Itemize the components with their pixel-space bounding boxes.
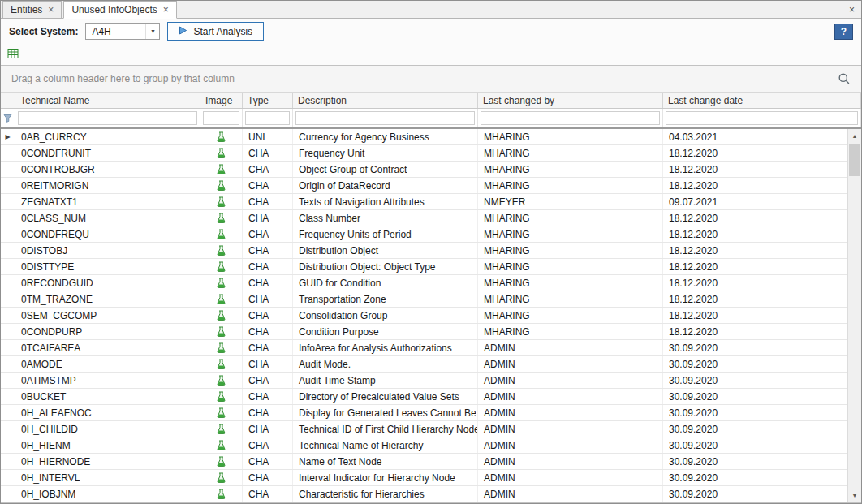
tab-entities-label: Entities — [11, 4, 42, 15]
row-indicator — [1, 486, 15, 502]
system-select-value: A4H — [92, 26, 110, 37]
column-header-type[interactable]: Type — [243, 93, 293, 108]
row-type: CHA — [243, 454, 293, 469]
column-header-last-change-date[interactable]: Last change date — [663, 93, 861, 108]
row-technical-name: 0H_ALEAFNOC — [15, 405, 200, 420]
row-indicator — [1, 421, 15, 437]
filter-input-last-changed-by[interactable] — [481, 111, 660, 125]
row-last-changed-by: ADMIN — [478, 405, 663, 420]
tab-entities[interactable]: Entities — [2, 1, 62, 18]
row-description: Origin of DataRecord — [293, 178, 478, 193]
table-row[interactable]: 0CONDFREQU CHA Frequency Units of Period… — [1, 226, 861, 243]
scroll-up-icon[interactable]: ▲ — [848, 129, 861, 143]
row-indicator — [1, 340, 15, 355]
row-indicator — [1, 226, 15, 242]
row-indicator — [1, 308, 15, 323]
search-icon[interactable] — [838, 72, 851, 85]
table-row[interactable]: 0H_HIENM CHA Technical Name of Hierarchy… — [1, 437, 861, 454]
row-indicator — [1, 291, 15, 307]
row-last-change-date: 04.03.2021 — [663, 129, 861, 144]
table-row[interactable]: 0CONDFRUNIT CHA Frequency Unit MHARING 1… — [1, 145, 861, 162]
table-row[interactable]: 0DISTTYPE CHA Distribution Object: Objec… — [1, 259, 861, 275]
row-description: Class Number — [293, 210, 478, 226]
column-header-technical-name[interactable]: Technical Name — [15, 93, 200, 108]
select-system-label: Select System: — [9, 26, 78, 37]
column-header-description[interactable]: Description — [293, 93, 478, 108]
group-by-panel[interactable]: Drag a column header here to group by th… — [1, 66, 861, 93]
table-row[interactable]: ▶ 0AB_CURRCY UNI Currency for Agency Bus… — [1, 129, 861, 145]
vertical-scrollbar[interactable]: ▲ ▼ — [847, 129, 861, 502]
tab-unused-infoobjects[interactable]: Unused InfoObjects — [63, 1, 176, 19]
row-description: Transportation Zone — [293, 291, 478, 307]
row-technical-name: 0CONDFRUNIT — [15, 145, 200, 161]
help-button[interactable]: ? — [834, 24, 853, 40]
column-header-last-changed-by[interactable]: Last changed by — [478, 93, 663, 108]
infoobject-icon — [200, 470, 243, 485]
system-select[interactable]: A4H ▼ — [85, 23, 160, 40]
row-description: Distribution Object: Object Type — [293, 259, 478, 274]
row-last-changed-by: MHARING — [478, 259, 663, 274]
row-last-changed-by: MHARING — [478, 210, 663, 226]
row-technical-name: 0TM_TRAZONE — [15, 291, 200, 307]
table-row[interactable]: 0ATIMSTMP CHA Audit Time Stamp ADMIN 30.… — [1, 373, 861, 389]
table-row[interactable]: 0RECONDGUID CHA GUID for Condition MHARI… — [1, 275, 861, 291]
row-last-changed-by: MHARING — [478, 129, 663, 144]
row-type: CHA — [243, 259, 293, 274]
filter-input-type[interactable] — [245, 111, 290, 125]
infoobject-icon — [200, 291, 243, 307]
row-description: Name of Text Node — [293, 454, 478, 469]
table-row[interactable]: 0H_HIERNODE CHA Name of Text Node ADMIN … — [1, 454, 861, 470]
filter-cell-technical-name — [15, 109, 200, 127]
row-type: CHA — [243, 291, 293, 307]
row-technical-name: 0DISTTYPE — [15, 259, 200, 274]
filter-input-description[interactable] — [295, 111, 475, 125]
table-row[interactable]: 0AMODE CHA Audit Mode. ADMIN 30.09.2020 — [1, 356, 861, 373]
row-type: CHA — [243, 324, 293, 339]
row-last-change-date: 18.12.2020 — [663, 275, 861, 291]
row-indicator — [1, 454, 15, 469]
filter-input-last-change-date[interactable] — [666, 111, 858, 125]
table-row[interactable]: 0H_CHILDID CHA Technical ID of First Chi… — [1, 421, 861, 437]
tab-close-icon[interactable] — [163, 5, 169, 15]
row-last-changed-by: ADMIN — [478, 389, 663, 404]
infoobjects-grid: Drag a column header here to group by th… — [1, 65, 861, 503]
table-row[interactable]: ZEGNATXT1 CHA Texts of Navigation Attrib… — [1, 194, 861, 210]
row-technical-name: 0CONTROBJGR — [15, 162, 200, 177]
tab-close-icon[interactable] — [48, 5, 54, 15]
infoobject-icon — [200, 421, 243, 437]
row-last-changed-by: ADMIN — [478, 421, 663, 437]
scroll-down-icon[interactable]: ▼ — [848, 489, 861, 502]
row-last-change-date: 18.12.2020 — [663, 162, 861, 177]
start-analysis-button[interactable]: Start Analysis — [167, 22, 264, 41]
table-row[interactable]: 0CONTROBJGR CHA Object Group of Contract… — [1, 162, 861, 178]
infoobject-icon — [200, 226, 243, 242]
tabgroup-close-icon[interactable] — [849, 5, 861, 18]
table-row[interactable]: 0DISTOBJ CHA Distribution Object MHARING… — [1, 243, 861, 259]
table-row[interactable]: 0TCAIFAREA CHA InfoArea for Analysis Aut… — [1, 340, 861, 356]
table-row[interactable]: 0CONDPURP CHA Condition Purpose MHARING … — [1, 324, 861, 340]
row-type: CHA — [243, 145, 293, 161]
export-excel-icon[interactable] — [7, 48, 19, 62]
row-indicator — [1, 243, 15, 258]
filter-input-technical-name[interactable] — [18, 111, 197, 125]
row-type: CHA — [243, 373, 293, 388]
table-row[interactable]: 0BUCKET CHA Directory of Precalculated V… — [1, 389, 861, 405]
table-row[interactable]: 0REITMORIGN CHA Origin of DataRecord MHA… — [1, 178, 861, 194]
scrollbar-thumb[interactable] — [849, 144, 860, 176]
chevron-down-icon[interactable]: ▼ — [145, 24, 159, 39]
infoobject-icon — [200, 437, 243, 453]
row-last-change-date: 30.09.2020 — [663, 373, 861, 388]
table-row[interactable]: 0H_IOBJNM CHA Characteristic for Hierarc… — [1, 486, 861, 502]
filter-input-image[interactable] — [203, 111, 239, 125]
table-row[interactable]: 0CLASS_NUM CHA Class Number MHARING 18.1… — [1, 210, 861, 226]
row-last-changed-by: MHARING — [478, 145, 663, 161]
table-row[interactable]: 0H_INTERVL CHA Interval Indicator for Hi… — [1, 470, 861, 486]
column-header-image[interactable]: Image — [200, 93, 243, 108]
table-row[interactable]: 0H_ALEAFNOC CHA Display for Generated Le… — [1, 405, 861, 421]
row-indicator — [1, 194, 15, 209]
row-last-change-date: 18.12.2020 — [663, 178, 861, 193]
table-row[interactable]: 0TM_TRAZONE CHA Transportation Zone MHAR… — [1, 291, 861, 308]
table-row[interactable]: 0SEM_CGCOMP CHA Consolidation Group MHAR… — [1, 308, 861, 324]
filter-cell-last-changed-by — [478, 109, 663, 127]
row-indicator: ▶ — [1, 129, 15, 144]
